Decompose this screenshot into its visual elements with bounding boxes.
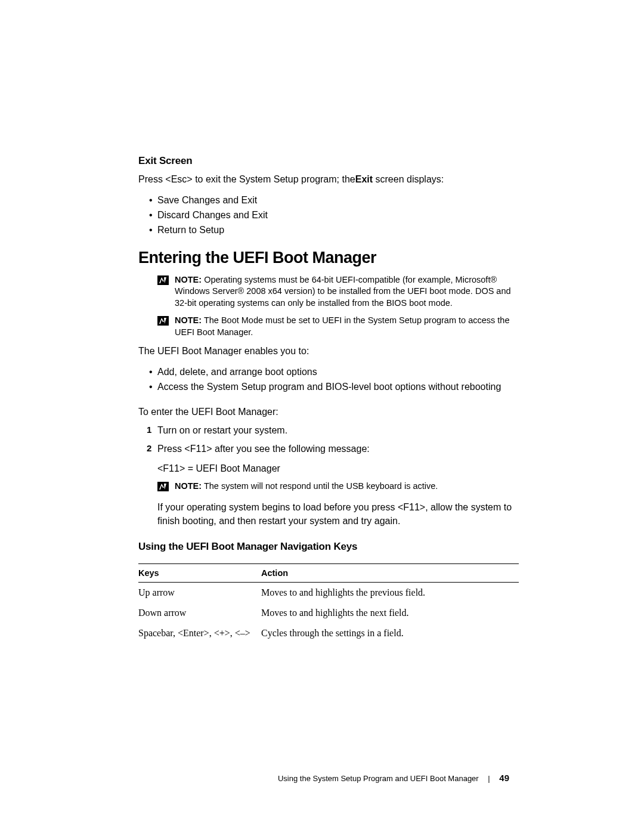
note-block: NOTE: The Boot Mode must be set to UEFI …	[157, 315, 519, 338]
exit-intro: Press <Esc> to exit the System Setup pro…	[138, 173, 519, 186]
col-action: Action	[261, 564, 519, 583]
note-label: NOTE:	[175, 481, 202, 491]
note-icon	[157, 316, 169, 329]
cell-action: Moves to and highlights the previous fie…	[261, 583, 519, 603]
uefi-toenter: To enter the UEFI Boot Manager:	[138, 405, 519, 419]
exit-intro-b: Exit	[355, 174, 373, 184]
col-keys: Keys	[138, 564, 261, 583]
cell-key: Down arrow	[138, 603, 261, 623]
note-block: NOTE: The system will not respond until …	[157, 481, 519, 495]
list-item: Add, delete, and arrange boot options	[138, 365, 519, 380]
nav-keys-table: Keys Action Up arrow Moves to and highli…	[138, 563, 519, 643]
page-footer: Using the System Setup Program and UEFI …	[0, 773, 644, 783]
exit-screen-heading: Exit Screen	[138, 155, 519, 167]
nav-keys-heading: Using the UEFI Boot Manager Navigation K…	[138, 541, 519, 553]
step: 1 Turn on or restart your system.	[138, 423, 519, 437]
note-body: Operating systems must be 64-bit UEFI-co…	[175, 275, 511, 308]
note-body: The Boot Mode must be set to UEFI in the…	[175, 315, 509, 337]
step-message: <F11> = UEFI Boot Manager	[157, 462, 519, 475]
step-number: 2	[147, 442, 151, 455]
footer-title: Using the System Setup Program and UEFI …	[278, 774, 479, 783]
cell-action: Moves to and highlights the next field.	[261, 603, 519, 623]
note-body: The system will not respond until the US…	[202, 481, 438, 491]
list-item: Save Changes and Exit	[138, 193, 519, 208]
list-item: Discard Changes and Exit	[138, 208, 519, 223]
cell-key: Up arrow	[138, 583, 261, 603]
note-icon	[157, 482, 169, 495]
step-text: Turn on or restart your system.	[157, 425, 287, 435]
numbered-steps: 1 Turn on or restart your system. 2 Pres…	[138, 423, 519, 528]
footer-separator: |	[488, 774, 490, 783]
note-text: NOTE: The system will not respond until …	[175, 481, 519, 493]
uefi-enables: The UEFI Boot Manager enables you to:	[138, 345, 519, 358]
table-row: Up arrow Moves to and highlights the pre…	[138, 583, 519, 603]
exit-intro-c: screen displays:	[373, 174, 444, 184]
step: 2 Press <F11> after you see the followin…	[138, 442, 519, 528]
note-label: NOTE:	[175, 315, 202, 325]
step-number: 1	[147, 423, 151, 436]
uefi-bullets: Add, delete, and arrange boot options Ac…	[138, 365, 519, 395]
note-label: NOTE:	[175, 275, 202, 284]
exit-intro-a: Press <Esc> to exit the System Setup pro…	[138, 174, 355, 184]
page-number: 49	[499, 773, 509, 783]
note-text: NOTE: The Boot Mode must be set to UEFI …	[175, 315, 519, 338]
step-text: Press <F11> after you see the following …	[157, 444, 370, 454]
table-row: Spacebar, <Enter>, <+>, <–> Cycles throu…	[138, 623, 519, 643]
uefi-heading: Entering the UEFI Boot Manager	[138, 249, 519, 267]
note-icon	[157, 275, 169, 289]
cell-action: Cycles through the settings in a field.	[261, 623, 519, 643]
table-row: Down arrow Moves to and highlights the n…	[138, 603, 519, 623]
cell-key: Spacebar, <Enter>, <+>, <–>	[138, 623, 261, 643]
list-item: Access the System Setup program and BIOS…	[138, 380, 519, 395]
step-after: If your operating system begins to load …	[157, 500, 519, 528]
note-text: NOTE: Operating systems must be 64-bit U…	[175, 274, 519, 309]
list-item: Return to Setup	[138, 223, 519, 238]
note-block: NOTE: Operating systems must be 64-bit U…	[157, 274, 519, 309]
exit-options-list: Save Changes and Exit Discard Changes an…	[138, 193, 519, 237]
